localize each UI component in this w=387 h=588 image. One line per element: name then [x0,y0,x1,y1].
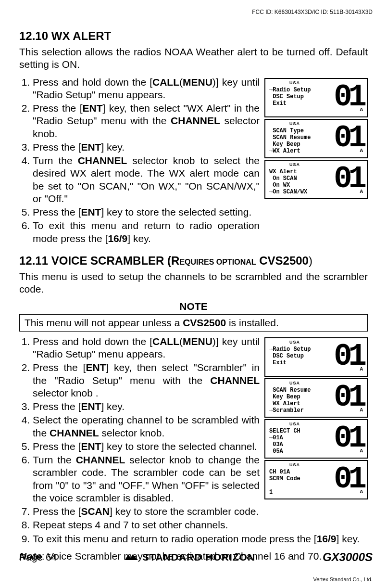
key-ent: ENT [82,102,102,114]
brand-logo: STANDARD HORIZON [124,551,255,563]
lcd-suffix: A [360,448,363,455]
lcd-channel: 01 [334,464,363,495]
key-ent: ENT [81,441,101,452]
text: ] key, then select " [102,102,187,114]
lcd-usa: USA [289,381,300,386]
opt-off: OFF [185,480,205,491]
text: Press the [ [33,362,86,373]
brand-name: STANDARD HORIZON [142,551,255,563]
vs-step-2: Press the [ENT] key, then select "Scramb… [33,361,260,399]
wx-lcd-stack: USA →Radio Setup DSC Setup Exit 01 A USA… [264,78,368,199]
text: " menu with the [119,375,211,386]
wx-step-5: Press the [ENT] key to store the selecte… [33,206,260,218]
vs-step-3: Press the [ENT] key. [33,400,260,413]
wx-step-2: Press the [ENT] key, then select "WX Ale… [33,102,260,140]
lcd-usa: USA [289,80,300,86]
text: Press the [ [33,401,81,412]
text: 12.11 VOICE SCRAMBLER (R [19,254,179,267]
text: ] key. [127,233,151,244]
text: Press the [ [33,102,82,114]
text: " menu appears. [92,348,165,359]
lcd-channel: 01 [334,123,363,153]
copyright: Vertex Standard Co., Ltd. [313,576,373,582]
lcd-channel: 01 [334,341,363,372]
lcd-channel: 01 [334,82,363,113]
wx-step-4: Turn the CHANNEL selector knob to select… [33,154,260,205]
lcd-vs-2: USA SCAN Resume Key Beep WX Alert →Scram… [264,378,368,418]
wx-intro: This selection allows the radios NOAA We… [19,46,368,71]
text: selector knob. [99,427,165,438]
vs-section-block: Press and hold down the [CALL(MENU)] key… [19,335,368,533]
opt-3: 3 [87,480,92,491]
page-footer: Page 64 STANDARD HORIZON GX3000S [19,550,373,564]
fcc-id: FCC ID: K6630143X3D/IC ID: 511B-30143X3D [252,9,373,15]
wx-step-1: Press and hold down the [CALL(MENU)] key… [33,76,260,102]
menu-radio-setup: Radio Setup [36,115,93,126]
lcd-usa: USA [289,422,300,427]
key-16-9: 16/9 [317,533,337,544]
note-title: NOTE [19,300,368,313]
vs-step-4: Select the operating channel to be scram… [33,414,260,439]
lcd-wx-3: USA WX Alert On SCAN On WX →On SCAN/WX 0… [264,160,368,199]
wx-step-6: To exit this menu and return to radio op… [33,219,260,245]
text: Turn the [33,155,78,166]
cvs2500: CVS2500 [183,317,226,328]
vs-step-1: Press and hold down the [CALL(MENU)] key… [33,335,260,361]
text: Press the [ [33,506,81,517]
key-channel: CHANNEL [78,155,127,166]
page-number: Page 64 [19,551,57,563]
lcd-channel: 01 [334,164,363,194]
key-channel: CHANNEL [210,375,260,386]
text: Press the [ [33,206,81,217]
vs-step-6: Turn the CHANNEL selector knob to change… [33,454,260,504]
text: ," " [175,180,188,192]
key-channel: CHANNEL [171,115,220,126]
menu-scrambler: Scrambler [197,362,243,373]
text: ] key. [101,141,125,153]
text: CVS2500 [256,254,309,267]
text: selector knob . [33,387,99,398]
lcd-suffix: A [360,366,363,373]
smallcaps: EQUIRES OPTIONAL [179,258,256,266]
lcd-suffix: A [360,107,363,114]
text: " menu appears. [92,89,165,100]
lcd-suffix: A [360,407,363,414]
menu-radio-setup: Radio Setup [36,89,92,100]
menu-radio-setup: Radio Setup [36,348,92,359]
lcd-lines: WX Alert On SCAN On WX →On SCAN/WX [269,168,307,195]
vs-step-7: Press the [SCAN] key to store the scramb… [33,505,260,518]
model-number: GX3000S [323,550,373,564]
lcd-suffix: A [360,489,363,496]
text: This menu will not appear unless a [25,317,183,328]
key-ent: ENT [81,206,101,217]
text: ( [179,77,183,88]
lcd-lines: CH 01A SCRM Code 1 [269,469,300,496]
text: ." When " [143,480,185,491]
menu-radio-setup: Radio Setup [58,375,119,386]
wx-step-3: Press the [ENT] key. [33,141,260,153]
text: ] key, then select " [106,362,197,373]
section-12-11-heading: 12.11 VOICE SCRAMBLER (REQUIRES OPTIONAL… [19,254,368,268]
page-content: 12.10 WX ALERT This selection allows the… [0,0,387,562]
lcd-usa: USA [289,162,300,167]
text: " menu with the [93,115,171,126]
text: ." [62,193,68,204]
text: Turn the [33,454,76,465]
text: " and " [92,480,122,491]
vs-intro: This menu is used to setup the channels … [19,270,368,296]
opt-on-wx: On WX [141,180,175,192]
text: Press the [ [33,141,81,153]
section-12-10-heading: 12.10 WX ALERT [19,29,368,43]
text: ] key. [337,533,360,544]
text: ) [309,254,312,267]
key-channel: CHANNEL [50,427,99,438]
lcd-channel: 01 [334,382,363,413]
lcd-wx-2: USA SCAN Type SCAN Resume Key Beep →WX A… [264,119,368,158]
text: ] key to store the selected channel. [101,441,257,452]
text: Press and hold down the [ [33,336,152,347]
lcd-vs-3: USA SELECT CH →01A 03A 05A 01 A [264,419,368,459]
key-ent: ENT [86,362,106,373]
text: ," " [127,180,141,192]
lcd-lines: →Radio Setup DSC Setup Exit [269,87,311,107]
text: is installed. [226,317,279,328]
